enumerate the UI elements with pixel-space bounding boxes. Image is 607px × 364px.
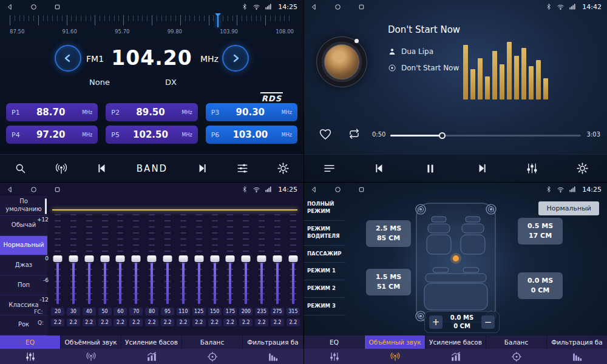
tab-eq[interactable]: EQ bbox=[0, 335, 61, 349]
progress-knob[interactable] bbox=[439, 132, 446, 139]
eq-band-slider[interactable] bbox=[114, 214, 127, 304]
listening-mode-item[interactable]: ПОЛНЫЙ РЕЖИМ bbox=[304, 196, 345, 221]
gear-icon[interactable] bbox=[576, 162, 589, 175]
slider-handle[interactable] bbox=[84, 255, 93, 262]
eq-band-slider[interactable] bbox=[255, 214, 268, 304]
tune-up-button[interactable] bbox=[222, 45, 249, 72]
front-left-delay-button[interactable]: 2.5 MS 85 CM bbox=[366, 220, 411, 247]
previous-track-icon[interactable] bbox=[373, 162, 386, 175]
tab-фильтрация-ба[interactable]: Фильтрация ба bbox=[243, 335, 304, 349]
slider-handle[interactable] bbox=[69, 255, 78, 262]
favorite-heart-icon[interactable] bbox=[319, 127, 332, 141]
eq-band-slider[interactable] bbox=[223, 214, 237, 304]
previous-station-icon[interactable] bbox=[96, 162, 109, 175]
band-button[interactable]: BAND bbox=[137, 163, 168, 174]
nav-recents-icon[interactable] bbox=[53, 3, 61, 11]
eq-band-slider[interactable] bbox=[208, 214, 222, 304]
front-right-delay-button[interactable]: 0.5 MS 17 CM bbox=[518, 218, 563, 244]
eq-preset-item[interactable]: По умолчанию bbox=[0, 196, 47, 216]
filter-icon[interactable] bbox=[547, 349, 607, 364]
tune-down-button[interactable] bbox=[55, 45, 81, 72]
slider-handle[interactable] bbox=[288, 255, 297, 262]
preset-button-P6[interactable]: P6103.00MHz bbox=[206, 126, 297, 144]
scrollbar[interactable] bbox=[45, 198, 47, 214]
slider-handle[interactable] bbox=[100, 255, 109, 262]
next-track-icon[interactable] bbox=[475, 162, 488, 175]
eq-band-slider[interactable] bbox=[287, 214, 300, 304]
eq-band-slider[interactable] bbox=[161, 214, 174, 304]
nav-home-icon[interactable] bbox=[334, 186, 342, 194]
nav-back-icon[interactable] bbox=[310, 186, 318, 194]
eq-band-slider[interactable] bbox=[271, 214, 284, 304]
eq-faders-icon[interactable] bbox=[0, 349, 61, 364]
pause-icon[interactable] bbox=[424, 162, 437, 175]
bass-boost-icon[interactable] bbox=[426, 349, 486, 364]
tune-settings-icon[interactable] bbox=[236, 162, 249, 175]
tab-eq[interactable]: EQ bbox=[304, 335, 365, 349]
nav-back-icon[interactable] bbox=[310, 3, 318, 11]
eq-band-slider[interactable] bbox=[192, 214, 206, 304]
tab-баланс[interactable]: Баланс bbox=[486, 335, 547, 349]
eq-faders-icon[interactable] bbox=[526, 162, 538, 175]
broadcast-scan-icon[interactable] bbox=[55, 162, 68, 175]
nav-recents-icon[interactable] bbox=[358, 186, 365, 194]
decrease-delay-button[interactable]: − bbox=[481, 315, 495, 329]
nav-back-icon[interactable] bbox=[6, 3, 14, 11]
rear-right-delay-button[interactable]: 0.0 MS 0 CM bbox=[518, 272, 563, 299]
eq-preset-item[interactable]: Нормальный bbox=[0, 236, 47, 256]
rear-left-delay-button[interactable]: 1.5 MS 51 CM bbox=[366, 269, 411, 295]
next-station-icon[interactable] bbox=[195, 162, 208, 175]
preset-button-P1[interactable]: P188.70MHz bbox=[6, 103, 98, 121]
preset-button-P3[interactable]: P390.30MHz bbox=[206, 103, 297, 121]
bass-boost-icon[interactable] bbox=[121, 349, 182, 364]
slider-handle[interactable] bbox=[148, 255, 157, 262]
tab-усиление-басов[interactable]: Усиление басов bbox=[121, 335, 182, 349]
eq-band-slider[interactable] bbox=[145, 214, 158, 304]
nav-recents-icon[interactable] bbox=[53, 186, 61, 194]
slider-handle[interactable] bbox=[273, 255, 282, 262]
sound-profile-button[interactable]: Нормальный bbox=[538, 201, 599, 215]
tab-фильтрация-ба[interactable]: Фильтрация ба bbox=[547, 335, 607, 349]
balance-icon[interactable] bbox=[486, 349, 547, 364]
repeat-icon[interactable] bbox=[348, 127, 361, 140]
eq-band-slider[interactable] bbox=[129, 214, 143, 304]
filter-icon[interactable] bbox=[243, 349, 304, 364]
tab-объёмный-звук[interactable]: Объёмный звук bbox=[61, 335, 121, 349]
listening-mode-item[interactable]: РЕЖИМ 1 bbox=[304, 263, 345, 280]
eq-band-slider[interactable] bbox=[51, 214, 64, 304]
slider-handle[interactable] bbox=[132, 255, 141, 262]
surround-sound-icon[interactable] bbox=[61, 349, 121, 364]
preset-button-P5[interactable]: P5102.50MHz bbox=[106, 126, 197, 144]
listening-mode-item[interactable]: РЕЖИМ 3 bbox=[304, 298, 345, 315]
eq-band-slider[interactable] bbox=[83, 214, 96, 304]
slider-handle[interactable] bbox=[163, 255, 172, 262]
tab-объёмный-звук[interactable]: Объёмный звук bbox=[365, 335, 426, 349]
surround-sound-icon[interactable] bbox=[365, 349, 426, 364]
search-icon[interactable] bbox=[14, 162, 27, 175]
nav-back-icon[interactable] bbox=[6, 186, 14, 194]
distance-mode-label[interactable]: DX bbox=[165, 78, 177, 87]
slider-handle[interactable] bbox=[53, 255, 63, 262]
increase-delay-button[interactable]: + bbox=[429, 315, 443, 329]
preset-button-P2[interactable]: P289.50MHz bbox=[106, 103, 197, 121]
preset-button-P4[interactable]: P497.20MHz bbox=[6, 126, 98, 144]
nav-home-icon[interactable] bbox=[30, 3, 38, 11]
listening-mode-item[interactable]: РЕЖИМ ВОДИТЕЛЯ bbox=[304, 221, 345, 246]
nav-recents-icon[interactable] bbox=[358, 3, 365, 11]
eq-band-slider[interactable] bbox=[98, 214, 112, 304]
slider-handle[interactable] bbox=[257, 255, 266, 262]
slider-handle[interactable] bbox=[210, 255, 219, 262]
tab-усиление-басов[interactable]: Усиление басов bbox=[426, 335, 486, 349]
nav-home-icon[interactable] bbox=[30, 186, 38, 194]
balance-icon[interactable] bbox=[182, 349, 243, 364]
slider-handle[interactable] bbox=[194, 255, 203, 262]
eq-band-slider[interactable] bbox=[67, 214, 80, 304]
listening-mode-item[interactable]: ПАССАЖИР bbox=[304, 246, 345, 263]
playlist-icon[interactable] bbox=[323, 162, 336, 175]
nav-home-icon[interactable] bbox=[334, 3, 342, 11]
tab-баланс[interactable]: Баланс bbox=[182, 335, 243, 349]
slider-handle[interactable] bbox=[226, 255, 235, 262]
slider-handle[interactable] bbox=[178, 255, 188, 262]
slider-handle[interactable] bbox=[116, 255, 125, 262]
slider-handle[interactable] bbox=[242, 255, 251, 262]
